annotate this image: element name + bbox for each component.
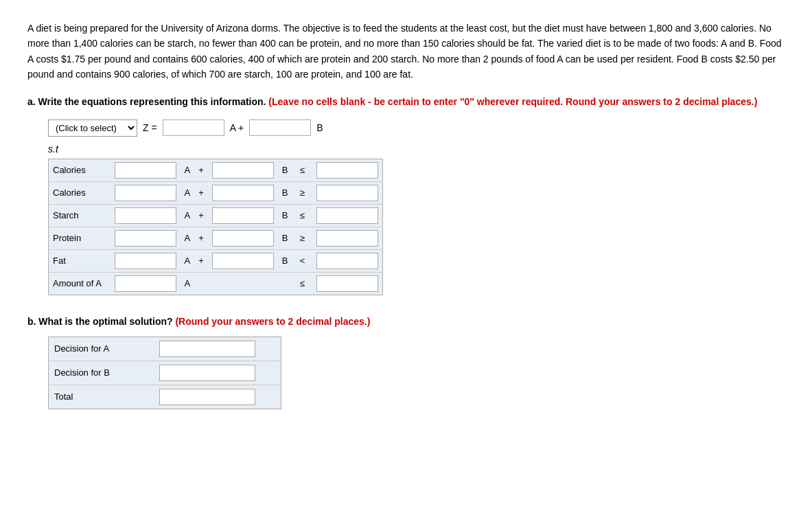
constraint-ineq-5: ≤ <box>292 272 312 295</box>
optimal-row-1: Decision for B <box>49 361 281 385</box>
constraint-plus-3: + <box>194 227 208 249</box>
constraint-a-input-0[interactable] <box>111 159 181 181</box>
constraint-a-input-3[interactable] <box>111 227 181 249</box>
section-a-label: a. Write the equations representing this… <box>27 96 785 107</box>
section-b-letter: b. <box>27 316 36 327</box>
optimal-input-2[interactable] <box>154 385 281 409</box>
constraint-label-1: Calories <box>49 181 111 204</box>
constraint-b-input-3[interactable] <box>208 227 278 249</box>
st-label: s.t <box>48 144 785 155</box>
section-b-label: b. What is the optimal solution? (Round … <box>27 316 785 327</box>
constraint-plus-5 <box>194 272 208 295</box>
constraint-plus-1: + <box>194 181 208 204</box>
constraint-b-input-2[interactable] <box>208 204 278 227</box>
constraint-var-b-2: B <box>278 204 292 227</box>
constraint-var-a-0: A <box>181 159 195 181</box>
section-a-text: Write the equations representing this in… <box>38 96 758 107</box>
objective-a-coeff-input[interactable] <box>163 119 224 136</box>
objective-row: (Click to select) Minimize Maximize Z = … <box>48 119 785 137</box>
constraint-ineq-4: < <box>292 249 312 272</box>
constraint-ineq-0: ≤ <box>292 159 312 181</box>
b-label: B <box>316 122 323 133</box>
constraint-var-b-0: B <box>278 159 292 181</box>
objective-dropdown[interactable]: (Click to select) Minimize Maximize <box>48 119 137 137</box>
constraint-plus-2: + <box>194 204 208 227</box>
constraint-label-2: Starch <box>49 204 111 227</box>
a-plus-label: A + <box>230 122 244 133</box>
optimal-label-0: Decision for A <box>49 337 154 361</box>
constraint-b-input-1[interactable] <box>208 181 278 204</box>
optimal-label-1: Decision for B <box>49 361 154 385</box>
intro-paragraph: A diet is being prepared for the Univers… <box>27 21 785 82</box>
constraint-rhs-input-0[interactable] <box>312 159 383 181</box>
constraints-table: Calories A + B ≤ Calories A + B ≥ Starch… <box>48 159 383 295</box>
constraint-rhs-input-4[interactable] <box>312 249 383 272</box>
constraint-var-b-1: B <box>278 181 292 204</box>
constraint-row-2: Starch A + B ≤ <box>49 204 383 227</box>
constraint-a-input-1[interactable] <box>111 181 181 204</box>
optimal-label-2: Total <box>49 385 154 409</box>
constraint-var-b-3: B <box>278 227 292 249</box>
constraint-row-4: Fat A + B < <box>49 249 383 272</box>
optimal-row-2: Total <box>49 385 281 409</box>
optimal-row-0: Decision for A <box>49 337 281 361</box>
section-b-instruction: (Round your answers to 2 decimal places.… <box>175 316 370 327</box>
optimal-input-1[interactable] <box>154 361 281 385</box>
constraint-plus-4: + <box>194 249 208 272</box>
constraint-row-1: Calories A + B ≥ <box>49 181 383 204</box>
section-b: b. What is the optimal solution? (Round … <box>27 316 785 409</box>
z-equals-label: Z = <box>143 122 157 133</box>
constraint-b-input-0[interactable] <box>208 159 278 181</box>
section-a-letter: a. <box>27 96 36 107</box>
section-b-text: What is the optimal solution? (Round you… <box>38 316 370 327</box>
constraint-row-5: Amount of A A ≤ <box>49 272 383 295</box>
optimal-table: Decision for A Decision for B Total <box>48 337 281 409</box>
constraint-var-a-4: A <box>181 249 195 272</box>
constraint-var-b-4: B <box>278 249 292 272</box>
constraint-ineq-3: ≥ <box>292 227 312 249</box>
constraint-var-a-5: A <box>181 272 195 295</box>
constraint-b-input-5 <box>208 272 278 295</box>
constraint-rhs-input-3[interactable] <box>312 227 383 249</box>
constraint-var-a-2: A <box>181 204 195 227</box>
objective-b-coeff-input[interactable] <box>249 119 311 136</box>
constraint-ineq-1: ≥ <box>292 181 312 204</box>
constraint-label-5: Amount of A <box>49 272 111 295</box>
constraint-label-0: Calories <box>49 159 111 181</box>
constraint-plus-0: + <box>194 159 208 181</box>
constraint-var-b-5 <box>278 272 292 295</box>
constraint-var-a-1: A <box>181 181 195 204</box>
constraint-a-input-5[interactable] <box>111 272 181 295</box>
constraint-label-4: Fat <box>49 249 111 272</box>
constraint-rhs-input-1[interactable] <box>312 181 383 204</box>
constraint-a-input-2[interactable] <box>111 204 181 227</box>
constraint-var-a-3: A <box>181 227 195 249</box>
constraint-b-input-4[interactable] <box>208 249 278 272</box>
constraint-row-3: Protein A + B ≥ <box>49 227 383 249</box>
constraint-rhs-input-2[interactable] <box>312 204 383 227</box>
section-a-instruction: (Leave no cells blank - be certain to en… <box>268 96 757 107</box>
constraint-ineq-2: ≤ <box>292 204 312 227</box>
constraint-rhs-input-5[interactable] <box>312 272 383 295</box>
constraint-a-input-4[interactable] <box>111 249 181 272</box>
constraint-row-0: Calories A + B ≤ <box>49 159 383 181</box>
constraint-label-3: Protein <box>49 227 111 249</box>
optimal-input-0[interactable] <box>154 337 281 361</box>
